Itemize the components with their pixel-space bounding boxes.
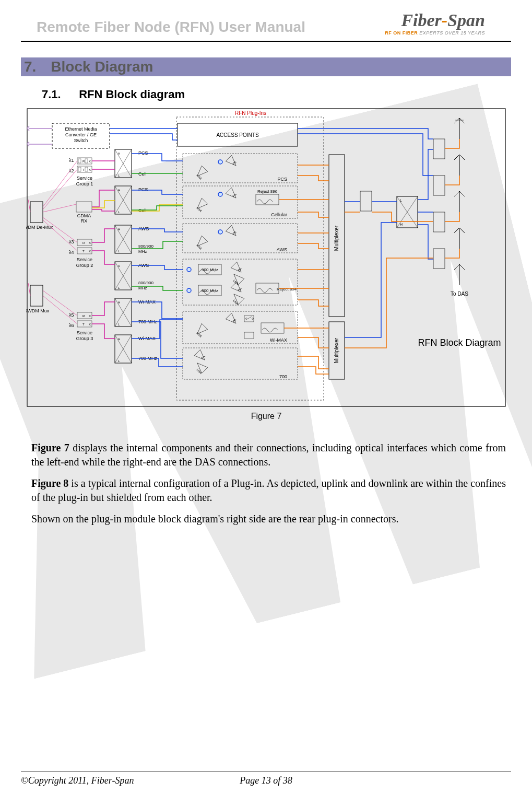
dwdm-mux-label: DWDM Mux [26,308,50,313]
svg-text:H: H [118,264,120,267]
svg-rect-107 [244,332,254,339]
pcs-label-1: PCS [138,150,148,156]
svg-text:H: H [400,223,403,226]
svg-rect-124 [433,212,445,232]
svg-text:H: H [118,152,120,155]
svg-text:PA: PA [232,230,237,236]
svg-rect-0 [27,109,505,406]
lambda1-label: λ1 [69,158,74,163]
svg-line-34 [43,169,77,209]
svg-point-131 [218,160,222,164]
figure8-ref: Figure 8 [31,477,68,489]
svg-rect-11 [78,159,81,163]
svg-text:H: H [118,337,120,341]
svg-rect-86 [183,259,298,305]
sg1-label-1: Service [77,176,92,181]
svg-line-8 [28,200,30,212]
svg-line-105 [248,317,252,319]
lambda5-label: λ5 [69,312,74,318]
section-number: 7. [24,59,36,75]
svg-text:X: X [89,314,91,318]
svg-marker-110 [194,349,207,363]
sg3-label-2: Group 3 [76,336,93,341]
ethernet-label-3: Switch [74,138,88,143]
paragraph-3: Shown on the plug-in module block diagra… [31,512,506,526]
900mhz-label: 900 MHz [202,267,218,272]
svg-text:X: X [89,160,91,163]
multiplexer-1-label: Multiplexer [334,225,339,251]
cell-label-1: Cell [138,171,147,177]
svg-rect-121 [360,191,372,211]
svg-text:PA: PA [232,160,237,166]
svg-text:T: T [82,250,85,253]
multiplexer-2-label: Multiplexer [334,337,339,363]
logo: Fiber-Span RF ON FIBER EXPERTS OVER 15 Y… [385,10,485,36]
sg1-label-2: Group 1 [76,181,93,186]
figure7-ref: Figure 7 [31,442,69,453]
sg3-label-1: Service [77,330,92,335]
figure-caption: Figure 7 [251,412,282,421]
svg-text:L: L [118,174,120,177]
svg-text:LNA: LNA [196,368,202,374]
svg-text:LNA: LNA [196,173,202,180]
svg-text:T: T [82,168,85,171]
page-number: Page 13 of 38 [21,775,511,786]
sg2-label-1: Service [77,257,92,262]
ethernet-label-1: Ethernet Media [65,126,97,132]
p1-rest: displays the internal components and the… [31,442,506,468]
logo-sub-accent: RF ON FIBER [385,30,418,36]
cdma-2: RX [81,218,88,224]
800900-label-2: 800/900 [138,281,153,285]
subsection-number: 7.1. [42,88,61,101]
cellular-plugin-label: Cellular [271,212,287,217]
section-title: Block Diagram [51,59,153,75]
mhz-label-1: MHz [138,249,147,254]
access-points-label: ACCESS POINTS [216,132,258,138]
p2-rest: is a typical internal configuration of a… [31,477,506,503]
svg-marker-89 [231,262,244,275]
svg-text:R: R [82,314,85,318]
svg-text:L: L [118,286,120,289]
to-das-label: To DAS [451,291,468,297]
svg-text:PA: PA [232,193,237,198]
svg-text:H: H [118,301,120,304]
svg-rect-123 [433,176,445,195]
diagram-svg: RFN Plug-Ins Ethernet Media Converter / … [26,108,506,426]
svg-marker-99 [226,313,239,326]
svg-rect-7 [30,285,43,306]
svg-text:X: X [89,168,91,171]
svg-text:X: X [89,323,91,326]
svg-line-9 [28,283,30,296]
svg-text:H: H [118,228,120,231]
svg-point-135 [187,288,191,293]
diagram-title: RFN Block Diagram [418,337,501,348]
svg-rect-20 [76,202,92,212]
svg-marker-82 [226,225,239,238]
svg-text:R: R [82,160,85,163]
paragraph-2: Figure 8 is a typical internal configura… [31,476,506,505]
wimax-plugin-label: Wi-MAX [270,337,287,343]
page-footer: ©Copyright 2011, Fiber-Span Page 13 of 3… [21,772,511,786]
section-heading-bar: 7. Block Diagram [21,57,511,76]
svg-text:PA: PA [237,267,242,272]
subsection-heading: 7.1. RFN Block diagram [42,88,511,101]
svg-marker-71 [226,155,239,168]
sg2-label-2: Group 2 [76,263,93,268]
svg-text:L: L [118,211,120,214]
svg-marker-76 [226,188,239,201]
svg-rect-6 [30,202,43,223]
svg-text:LNA: LNA [196,206,202,212]
page-header: Remote Fiber Node (RFN) User Manual Fibe… [21,0,511,42]
svg-text:PA: PA [200,355,206,360]
logo-subtitle: RF ON FIBER EXPERTS OVER 15 YEARS [385,30,485,36]
svg-text:X: X [89,241,91,244]
svg-text:H: H [118,189,120,192]
svg-text:LNA: LNA [196,331,202,337]
ethernet-label-2: Converter / GE [65,132,97,137]
block-diagram: RFN Plug-Ins Ethernet Media Converter / … [26,108,506,428]
lambda4-label: λ4 [69,250,74,255]
svg-text:L: L [118,323,120,326]
cell-label-2: Cell [138,208,147,213]
svg-rect-125 [433,249,445,269]
svg-line-36 [43,217,77,242]
